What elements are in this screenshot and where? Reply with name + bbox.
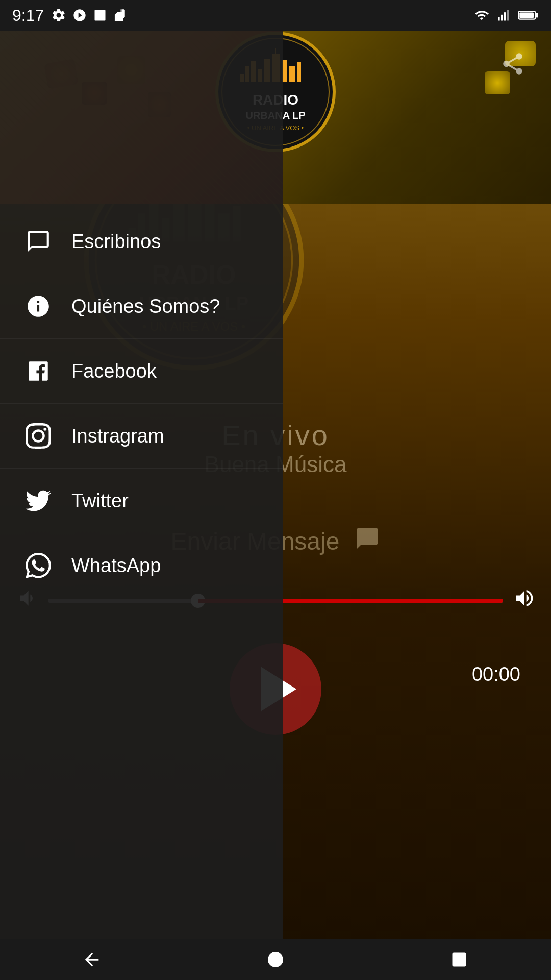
play-status-icon: [72, 8, 87, 22]
menu-label-escribinos: Escribinos: [71, 231, 161, 253]
facebook-icon: [20, 353, 56, 389]
menu-label-whatsapp: WhatsApp: [71, 555, 161, 577]
volume-high-icon[interactable]: [513, 587, 536, 615]
sim-icon: [113, 8, 128, 22]
menu-label-facebook: Facebook: [71, 360, 157, 382]
status-bar: 9:17: [0, 0, 551, 31]
menu-item-quienes[interactable]: Quiénes Somos?: [0, 274, 283, 339]
info-icon: [20, 288, 56, 324]
signal-icon: [497, 8, 512, 22]
menu-label-quienes: Quiénes Somos?: [71, 296, 220, 317]
menu-label-twitter: Twitter: [71, 490, 129, 512]
drawer-header: [0, 31, 283, 204]
svg-point-38: [268, 952, 283, 967]
back-button[interactable]: [71, 939, 112, 980]
instagram-icon: [20, 418, 56, 454]
svg-rect-39: [453, 953, 466, 967]
wifi-icon: [472, 8, 491, 22]
stop-status-icon: [93, 8, 107, 22]
chat-icon: [20, 224, 56, 259]
svg-rect-3: [504, 12, 506, 20]
menu-list: Escribinos Quiénes Somos? Facebook: [0, 204, 283, 603]
menu-item-whatsapp[interactable]: WhatsApp: [0, 533, 283, 598]
svg-rect-16: [289, 66, 295, 82]
home-button[interactable]: [255, 939, 296, 980]
menu-item-instagram[interactable]: Instragram: [0, 404, 283, 469]
timer-display: 00:00: [472, 664, 520, 685]
nav-drawer: Escribinos Quiénes Somos? Facebook: [0, 31, 283, 939]
menu-label-instagram: Instragram: [71, 425, 164, 447]
menu-item-escribinos[interactable]: Escribinos: [0, 209, 283, 274]
menu-item-twitter[interactable]: Twitter: [0, 469, 283, 533]
status-right: [472, 8, 539, 22]
status-icons: [51, 8, 128, 23]
share-button[interactable]: [500, 51, 525, 82]
nav-bar: [0, 939, 551, 980]
svg-rect-0: [95, 10, 106, 21]
svg-rect-17: [297, 62, 301, 82]
svg-rect-6: [536, 13, 538, 17]
status-time: 9:17: [12, 6, 44, 25]
whatsapp-icon: [20, 548, 56, 583]
svg-rect-7: [519, 13, 534, 18]
status-left: 9:17: [12, 6, 128, 25]
svg-rect-1: [498, 17, 500, 21]
recents-button[interactable]: [439, 939, 480, 980]
twitter-icon: [20, 483, 56, 519]
svg-rect-2: [501, 15, 503, 21]
battery-icon: [518, 8, 539, 22]
settings-icon: [51, 8, 66, 23]
svg-rect-4: [507, 10, 509, 21]
message-icon: [355, 526, 380, 557]
menu-item-facebook[interactable]: Facebook: [0, 339, 283, 404]
